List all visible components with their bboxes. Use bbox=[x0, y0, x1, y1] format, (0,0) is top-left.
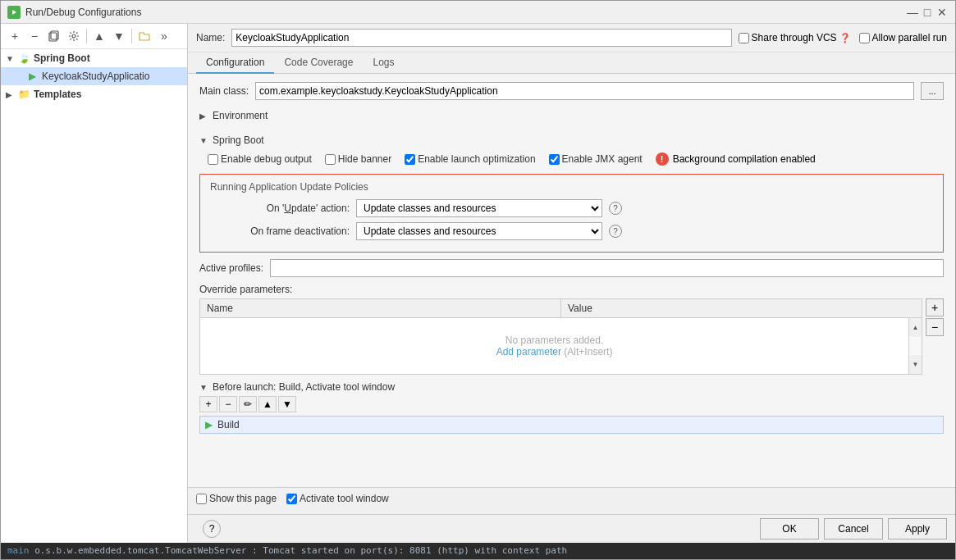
spring-boot-section-header[interactable]: ▼ Spring Boot bbox=[199, 131, 944, 149]
run-debug-configurations-window: Run/Debug Configurations — □ ✕ + − ▲ ▼ bbox=[0, 0, 956, 560]
help-button[interactable]: ? bbox=[203, 520, 221, 538]
params-content: No parameters added. Add parameter (Alt+… bbox=[200, 318, 908, 374]
terminal-bar: main o.s.b.w.embedded.tomcat.TomcatWebSe… bbox=[1, 543, 955, 559]
on-frame-select[interactable]: Update classes and resources bbox=[356, 222, 602, 240]
share-vcs-checkbox[interactable] bbox=[739, 33, 749, 43]
folder-button[interactable] bbox=[135, 27, 153, 45]
terminal-prefix: main bbox=[7, 545, 30, 556]
params-action-buttons: + − bbox=[926, 298, 944, 336]
remove-config-button[interactable]: − bbox=[25, 27, 43, 45]
activate-window-option[interactable]: Activate tool window bbox=[286, 493, 389, 504]
close-button[interactable]: ✕ bbox=[935, 6, 949, 19]
bl-up-button[interactable]: ▲ bbox=[258, 396, 277, 412]
scroll-down-button[interactable]: ▼ bbox=[909, 355, 922, 374]
environment-section-header[interactable]: ▶ Environment bbox=[199, 107, 944, 125]
activate-window-label: Activate tool window bbox=[300, 493, 389, 504]
show-page-option[interactable]: Show this page bbox=[196, 493, 277, 504]
on-update-select[interactable]: Update classes and resources bbox=[356, 199, 602, 217]
bl-down-button[interactable]: ▼ bbox=[278, 396, 296, 412]
params-table-header: Name Value bbox=[200, 299, 922, 318]
override-params-section: Override parameters: Name Value No param… bbox=[199, 284, 944, 375]
on-frame-help-icon[interactable]: ? bbox=[609, 225, 622, 238]
active-profiles-label: Active profiles: bbox=[199, 262, 263, 274]
name-input[interactable] bbox=[231, 29, 731, 47]
name-options: Share through VCS ❓ Allow parallel run bbox=[739, 32, 947, 43]
bl-remove-button[interactable]: − bbox=[219, 396, 237, 412]
bl-add-button[interactable]: + bbox=[199, 396, 217, 412]
sidebar-item-keycloak[interactable]: ▶ KeycloakStudyApplicatio bbox=[1, 67, 187, 85]
ok-button[interactable]: OK bbox=[760, 518, 819, 540]
policies-box: Running Application Update Policies On '… bbox=[199, 174, 944, 253]
policies-title: Running Application Update Policies bbox=[210, 181, 933, 193]
move-up-button[interactable]: ▲ bbox=[90, 27, 108, 45]
warning-icon: ! bbox=[656, 153, 669, 166]
enable-launch-option[interactable]: Enable launch optimization bbox=[405, 153, 535, 165]
on-update-help-icon[interactable]: ? bbox=[609, 202, 622, 215]
active-profiles-input[interactable] bbox=[270, 259, 944, 277]
sidebar: + − ▲ ▼ » ▼ 🍃 Sp bbox=[1, 24, 188, 543]
allow-parallel-option: Allow parallel run bbox=[859, 32, 947, 43]
share-vcs-help-icon[interactable]: ❓ bbox=[839, 33, 851, 43]
params-table-container: Name Value No parameters added. Add para… bbox=[199, 298, 922, 375]
show-page-checkbox[interactable] bbox=[196, 494, 207, 504]
build-item-label: Build bbox=[217, 419, 240, 430]
add-config-button[interactable]: + bbox=[6, 27, 24, 45]
name-field-label: Name: bbox=[196, 32, 225, 43]
before-launch-header: ▼ Before launch: Build, Activate tool wi… bbox=[199, 381, 944, 393]
before-launch-toolbar: + − ✏ ▲ ▼ bbox=[199, 396, 944, 412]
apply-button[interactable]: Apply bbox=[888, 518, 947, 540]
sidebar-group-spring-boot[interactable]: ▼ 🍃 Spring Boot bbox=[1, 49, 187, 67]
title-bar-controls: — □ ✕ bbox=[906, 6, 949, 19]
spring-boot-group-icon: 🍃 bbox=[17, 52, 30, 65]
add-param-link[interactable]: Add parameter bbox=[496, 346, 561, 357]
share-vcs-option: Share through VCS ❓ bbox=[739, 32, 851, 43]
hide-banner-label: Hide banner bbox=[338, 153, 391, 165]
activate-window-checkbox[interactable] bbox=[286, 494, 297, 504]
before-launch-section: ▼ Before launch: Build, Activate tool wi… bbox=[199, 381, 944, 434]
terminal-text: o.s.b.w.embedded.tomcat.TomcatWebServer … bbox=[34, 545, 567, 556]
minimize-button[interactable]: — bbox=[906, 6, 919, 19]
enable-launch-label: Enable launch optimization bbox=[418, 153, 535, 165]
scroll-up-button[interactable]: ▲ bbox=[909, 318, 922, 337]
move-down-button[interactable]: ▼ bbox=[110, 27, 128, 45]
tab-logs[interactable]: Logs bbox=[363, 52, 404, 74]
cancel-button[interactable]: Cancel bbox=[824, 518, 883, 540]
enable-debug-label: Enable debug output bbox=[221, 153, 312, 165]
maximize-button[interactable]: □ bbox=[921, 6, 934, 19]
params-value-header: Value bbox=[561, 299, 922, 317]
on-update-row: On 'Update' action: Update classes and r… bbox=[210, 199, 933, 217]
copy-config-button[interactable] bbox=[45, 27, 63, 45]
enable-debug-checkbox[interactable] bbox=[208, 154, 218, 165]
enable-jmx-checkbox[interactable] bbox=[549, 154, 560, 165]
bl-edit-button[interactable]: ✏ bbox=[239, 396, 257, 412]
expand-arrow-spring-boot: ▼ bbox=[6, 54, 17, 63]
sidebar-toolbar: + − ▲ ▼ » bbox=[1, 24, 187, 49]
params-body: No parameters added. Add parameter (Alt+… bbox=[200, 318, 922, 374]
tab-code-coverage[interactable]: Code Coverage bbox=[274, 52, 363, 74]
add-param-button[interactable]: + bbox=[926, 298, 944, 316]
more-button[interactable]: » bbox=[155, 27, 173, 45]
tab-configuration[interactable]: Configuration bbox=[196, 52, 274, 74]
allow-parallel-checkbox[interactable] bbox=[859, 33, 870, 43]
build-icon: ▶ bbox=[205, 419, 213, 430]
sidebar-group-templates[interactable]: ▶ 📁 Templates bbox=[1, 85, 187, 103]
keycloak-config-label: KeycloakStudyApplicatio bbox=[42, 71, 149, 82]
override-params-label: Override parameters: bbox=[199, 284, 944, 295]
templates-folder-icon: 📁 bbox=[17, 88, 30, 101]
hide-banner-option[interactable]: Hide banner bbox=[325, 153, 391, 165]
main-class-input[interactable] bbox=[255, 82, 914, 100]
enable-jmx-option[interactable]: Enable JMX agent bbox=[549, 153, 643, 165]
hide-banner-checkbox[interactable] bbox=[325, 154, 336, 165]
title-bar-left: Run/Debug Configurations bbox=[7, 6, 141, 19]
enable-launch-checkbox[interactable] bbox=[405, 154, 415, 165]
main-class-browse-button[interactable]: ... bbox=[921, 82, 944, 100]
enable-debug-option[interactable]: Enable debug output bbox=[208, 153, 312, 165]
templates-group-label: Templates bbox=[34, 89, 81, 100]
main-class-label: Main class: bbox=[199, 85, 249, 97]
environment-section: ▶ Environment bbox=[199, 107, 944, 125]
remove-param-button[interactable]: − bbox=[926, 318, 944, 336]
help-area: ? bbox=[196, 518, 755, 540]
main-class-row: Main class: ... bbox=[199, 82, 944, 100]
settings-config-button[interactable] bbox=[65, 27, 83, 45]
environment-label: Environment bbox=[213, 110, 268, 121]
